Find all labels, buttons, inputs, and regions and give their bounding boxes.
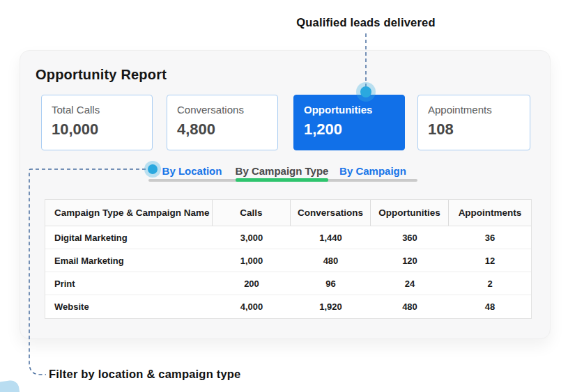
cell-campaign-name: Website <box>45 295 213 318</box>
annotation-qualified-leads: Qualified leads delivered <box>296 16 435 29</box>
table-header-row: Campaign Type & Campaign Name Calls Conv… <box>45 200 531 226</box>
stat-card-label: Opportunities <box>304 104 394 116</box>
table-row: Email Marketing 1,000 480 120 12 <box>45 249 531 272</box>
cell-campaign-name: Digital Marketing <box>45 226 213 249</box>
opportunity-report-panel: Opportunity Report Total Calls 10,000 Co… <box>20 50 551 339</box>
cell-calls: 1,000 <box>213 249 291 272</box>
campaign-table: Campaign Type & Campaign Name Calls Conv… <box>45 199 532 319</box>
stat-card-label: Conversations <box>177 104 268 116</box>
cell-opportunities: 480 <box>371 295 449 318</box>
cell-conversations: 480 <box>291 249 371 272</box>
annotation-filter-note: Filter by location & campaign type <box>49 368 240 381</box>
stat-card-appointments[interactable]: Appointments 108 <box>417 95 530 150</box>
column-header-conversations: Conversations <box>291 200 371 226</box>
cell-calls: 3,000 <box>213 226 291 249</box>
column-header-opportunities: Opportunities <box>371 200 449 226</box>
cell-appointments: 12 <box>449 249 531 272</box>
table-row: Digital Marketing 3,000 1,440 360 36 <box>45 226 531 249</box>
cell-calls: 4,000 <box>213 295 291 318</box>
cell-conversations: 1,920 <box>291 295 371 318</box>
cell-opportunities: 360 <box>371 226 449 249</box>
cell-campaign-name: Print <box>45 272 213 295</box>
tab-active-indicator <box>236 178 328 182</box>
table-row: Website 4,000 1,920 480 48 <box>45 295 531 318</box>
corner-decoration <box>0 379 21 392</box>
stat-card-total-calls[interactable]: Total Calls 10,000 <box>41 95 153 150</box>
stat-card-label: Appointments <box>428 104 520 116</box>
stat-card-opportunities[interactable]: Opportunities 1,200 <box>293 95 405 150</box>
tabs-marker-dot <box>148 164 158 174</box>
cell-appointments: 36 <box>449 226 531 249</box>
page-title: Opportunity Report <box>36 67 167 83</box>
opportunities-marker-dot <box>360 86 371 97</box>
stat-card-value: 4,800 <box>177 120 268 139</box>
stat-card-value: 10,000 <box>52 120 142 139</box>
cell-conversations: 1,440 <box>291 226 371 249</box>
cell-conversations: 96 <box>291 272 371 295</box>
cell-calls: 200 <box>213 272 291 295</box>
column-header-campaign-name: Campaign Type & Campaign Name <box>45 200 213 226</box>
cell-opportunities: 120 <box>371 249 449 272</box>
stat-card-conversations[interactable]: Conversations 4,800 <box>167 95 278 150</box>
stat-card-value: 1,200 <box>304 120 394 139</box>
stat-card-label: Total Calls <box>52 104 142 116</box>
stat-card-value: 108 <box>428 120 520 139</box>
cell-appointments: 48 <box>449 295 531 318</box>
column-header-calls: Calls <box>213 200 291 226</box>
column-header-appointments: Appointments <box>449 200 531 226</box>
tab-by-location[interactable]: By Location <box>148 160 236 181</box>
tab-by-campaign[interactable]: By Campaign <box>328 160 417 181</box>
cell-opportunities: 24 <box>371 272 449 295</box>
cell-appointments: 2 <box>449 272 531 295</box>
cell-campaign-name: Email Marketing <box>45 249 213 272</box>
table-row: Print 200 96 24 2 <box>45 272 531 295</box>
